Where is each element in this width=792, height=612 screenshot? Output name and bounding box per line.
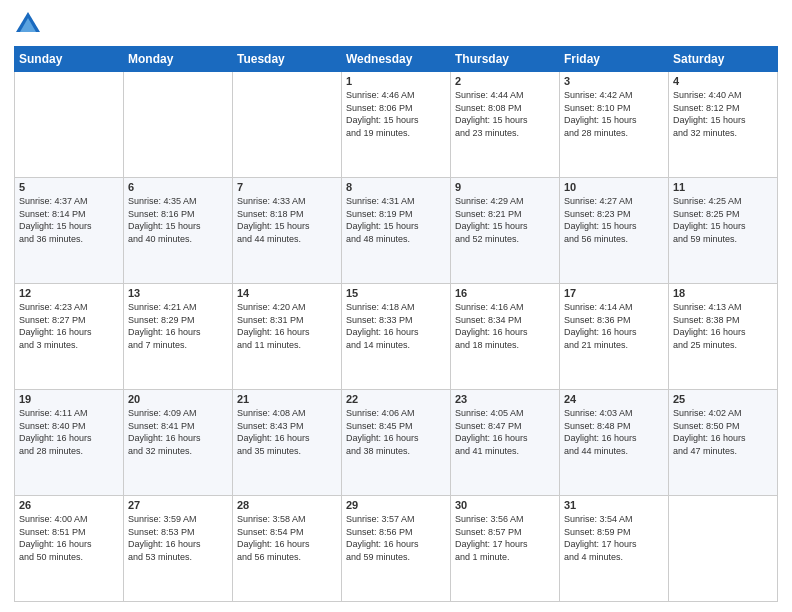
calendar-cell	[15, 72, 124, 178]
calendar-cell: 14Sunrise: 4:20 AM Sunset: 8:31 PM Dayli…	[233, 284, 342, 390]
day-info: Sunrise: 4:31 AM Sunset: 8:19 PM Dayligh…	[346, 195, 446, 245]
calendar-cell: 2Sunrise: 4:44 AM Sunset: 8:08 PM Daylig…	[451, 72, 560, 178]
day-number: 9	[455, 181, 555, 193]
day-number: 16	[455, 287, 555, 299]
day-number: 14	[237, 287, 337, 299]
weekday-header-sunday: Sunday	[15, 47, 124, 72]
calendar-cell: 7Sunrise: 4:33 AM Sunset: 8:18 PM Daylig…	[233, 178, 342, 284]
day-info: Sunrise: 4:25 AM Sunset: 8:25 PM Dayligh…	[673, 195, 773, 245]
day-number: 29	[346, 499, 446, 511]
weekday-header-thursday: Thursday	[451, 47, 560, 72]
logo-icon	[14, 10, 42, 38]
day-number: 24	[564, 393, 664, 405]
day-info: Sunrise: 4:46 AM Sunset: 8:06 PM Dayligh…	[346, 89, 446, 139]
calendar-cell: 18Sunrise: 4:13 AM Sunset: 8:38 PM Dayli…	[669, 284, 778, 390]
day-info: Sunrise: 4:11 AM Sunset: 8:40 PM Dayligh…	[19, 407, 119, 457]
day-number: 7	[237, 181, 337, 193]
day-number: 12	[19, 287, 119, 299]
calendar-cell: 5Sunrise: 4:37 AM Sunset: 8:14 PM Daylig…	[15, 178, 124, 284]
day-number: 28	[237, 499, 337, 511]
calendar-cell: 16Sunrise: 4:16 AM Sunset: 8:34 PM Dayli…	[451, 284, 560, 390]
day-number: 10	[564, 181, 664, 193]
day-number: 11	[673, 181, 773, 193]
calendar-cell: 3Sunrise: 4:42 AM Sunset: 8:10 PM Daylig…	[560, 72, 669, 178]
day-info: Sunrise: 4:42 AM Sunset: 8:10 PM Dayligh…	[564, 89, 664, 139]
header	[14, 10, 778, 38]
day-info: Sunrise: 4:23 AM Sunset: 8:27 PM Dayligh…	[19, 301, 119, 351]
day-number: 5	[19, 181, 119, 193]
day-number: 2	[455, 75, 555, 87]
day-number: 18	[673, 287, 773, 299]
calendar-cell: 6Sunrise: 4:35 AM Sunset: 8:16 PM Daylig…	[124, 178, 233, 284]
day-info: Sunrise: 4:05 AM Sunset: 8:47 PM Dayligh…	[455, 407, 555, 457]
calendar-cell: 15Sunrise: 4:18 AM Sunset: 8:33 PM Dayli…	[342, 284, 451, 390]
calendar-cell: 27Sunrise: 3:59 AM Sunset: 8:53 PM Dayli…	[124, 496, 233, 602]
week-row-5: 26Sunrise: 4:00 AM Sunset: 8:51 PM Dayli…	[15, 496, 778, 602]
day-info: Sunrise: 4:09 AM Sunset: 8:41 PM Dayligh…	[128, 407, 228, 457]
day-number: 8	[346, 181, 446, 193]
day-info: Sunrise: 4:35 AM Sunset: 8:16 PM Dayligh…	[128, 195, 228, 245]
day-number: 21	[237, 393, 337, 405]
day-info: Sunrise: 4:16 AM Sunset: 8:34 PM Dayligh…	[455, 301, 555, 351]
day-number: 13	[128, 287, 228, 299]
calendar-cell	[233, 72, 342, 178]
calendar-cell: 24Sunrise: 4:03 AM Sunset: 8:48 PM Dayli…	[560, 390, 669, 496]
day-info: Sunrise: 4:40 AM Sunset: 8:12 PM Dayligh…	[673, 89, 773, 139]
day-info: Sunrise: 4:20 AM Sunset: 8:31 PM Dayligh…	[237, 301, 337, 351]
calendar-cell: 12Sunrise: 4:23 AM Sunset: 8:27 PM Dayli…	[15, 284, 124, 390]
calendar-cell	[124, 72, 233, 178]
calendar-cell: 20Sunrise: 4:09 AM Sunset: 8:41 PM Dayli…	[124, 390, 233, 496]
week-row-3: 12Sunrise: 4:23 AM Sunset: 8:27 PM Dayli…	[15, 284, 778, 390]
day-info: Sunrise: 4:06 AM Sunset: 8:45 PM Dayligh…	[346, 407, 446, 457]
calendar-cell: 26Sunrise: 4:00 AM Sunset: 8:51 PM Dayli…	[15, 496, 124, 602]
calendar-cell: 9Sunrise: 4:29 AM Sunset: 8:21 PM Daylig…	[451, 178, 560, 284]
day-number: 27	[128, 499, 228, 511]
day-info: Sunrise: 4:27 AM Sunset: 8:23 PM Dayligh…	[564, 195, 664, 245]
day-number: 23	[455, 393, 555, 405]
calendar-cell: 17Sunrise: 4:14 AM Sunset: 8:36 PM Dayli…	[560, 284, 669, 390]
day-number: 26	[19, 499, 119, 511]
day-info: Sunrise: 4:03 AM Sunset: 8:48 PM Dayligh…	[564, 407, 664, 457]
day-number: 4	[673, 75, 773, 87]
week-row-4: 19Sunrise: 4:11 AM Sunset: 8:40 PM Dayli…	[15, 390, 778, 496]
week-row-1: 1Sunrise: 4:46 AM Sunset: 8:06 PM Daylig…	[15, 72, 778, 178]
calendar-cell: 4Sunrise: 4:40 AM Sunset: 8:12 PM Daylig…	[669, 72, 778, 178]
day-info: Sunrise: 4:18 AM Sunset: 8:33 PM Dayligh…	[346, 301, 446, 351]
calendar-cell: 29Sunrise: 3:57 AM Sunset: 8:56 PM Dayli…	[342, 496, 451, 602]
day-info: Sunrise: 4:33 AM Sunset: 8:18 PM Dayligh…	[237, 195, 337, 245]
weekday-header-tuesday: Tuesday	[233, 47, 342, 72]
day-info: Sunrise: 4:29 AM Sunset: 8:21 PM Dayligh…	[455, 195, 555, 245]
logo	[14, 10, 48, 38]
day-number: 30	[455, 499, 555, 511]
day-number: 31	[564, 499, 664, 511]
calendar-cell: 28Sunrise: 3:58 AM Sunset: 8:54 PM Dayli…	[233, 496, 342, 602]
weekday-header-wednesday: Wednesday	[342, 47, 451, 72]
weekday-header-monday: Monday	[124, 47, 233, 72]
day-info: Sunrise: 3:56 AM Sunset: 8:57 PM Dayligh…	[455, 513, 555, 563]
day-number: 15	[346, 287, 446, 299]
day-info: Sunrise: 4:21 AM Sunset: 8:29 PM Dayligh…	[128, 301, 228, 351]
weekday-header-saturday: Saturday	[669, 47, 778, 72]
day-info: Sunrise: 4:00 AM Sunset: 8:51 PM Dayligh…	[19, 513, 119, 563]
day-number: 6	[128, 181, 228, 193]
day-info: Sunrise: 4:08 AM Sunset: 8:43 PM Dayligh…	[237, 407, 337, 457]
calendar-cell: 21Sunrise: 4:08 AM Sunset: 8:43 PM Dayli…	[233, 390, 342, 496]
day-info: Sunrise: 3:57 AM Sunset: 8:56 PM Dayligh…	[346, 513, 446, 563]
calendar-cell: 30Sunrise: 3:56 AM Sunset: 8:57 PM Dayli…	[451, 496, 560, 602]
calendar-cell: 13Sunrise: 4:21 AM Sunset: 8:29 PM Dayli…	[124, 284, 233, 390]
day-info: Sunrise: 4:02 AM Sunset: 8:50 PM Dayligh…	[673, 407, 773, 457]
day-info: Sunrise: 3:58 AM Sunset: 8:54 PM Dayligh…	[237, 513, 337, 563]
calendar-cell: 19Sunrise: 4:11 AM Sunset: 8:40 PM Dayli…	[15, 390, 124, 496]
day-info: Sunrise: 4:14 AM Sunset: 8:36 PM Dayligh…	[564, 301, 664, 351]
weekday-header-friday: Friday	[560, 47, 669, 72]
calendar-cell: 22Sunrise: 4:06 AM Sunset: 8:45 PM Dayli…	[342, 390, 451, 496]
calendar-cell: 10Sunrise: 4:27 AM Sunset: 8:23 PM Dayli…	[560, 178, 669, 284]
day-number: 17	[564, 287, 664, 299]
calendar-cell: 8Sunrise: 4:31 AM Sunset: 8:19 PM Daylig…	[342, 178, 451, 284]
calendar-cell: 25Sunrise: 4:02 AM Sunset: 8:50 PM Dayli…	[669, 390, 778, 496]
day-number: 20	[128, 393, 228, 405]
calendar-cell: 1Sunrise: 4:46 AM Sunset: 8:06 PM Daylig…	[342, 72, 451, 178]
day-info: Sunrise: 4:37 AM Sunset: 8:14 PM Dayligh…	[19, 195, 119, 245]
calendar-cell: 23Sunrise: 4:05 AM Sunset: 8:47 PM Dayli…	[451, 390, 560, 496]
day-info: Sunrise: 4:44 AM Sunset: 8:08 PM Dayligh…	[455, 89, 555, 139]
